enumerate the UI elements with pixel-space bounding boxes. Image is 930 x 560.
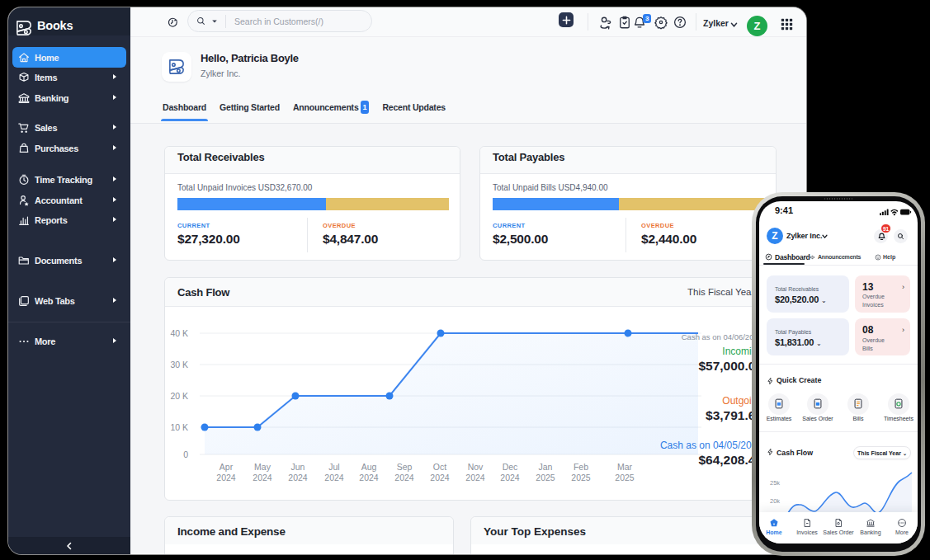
svg-text:2025: 2025: [571, 473, 591, 482]
svg-text:2024: 2024: [288, 473, 308, 482]
svg-text:2024: 2024: [253, 473, 272, 482]
svg-text:2024: 2024: [465, 473, 485, 482]
svg-text:20k: 20k: [770, 497, 780, 505]
svg-text:Mar: Mar: [617, 462, 633, 472]
svg-text:Jun: Jun: [291, 462, 305, 472]
svg-text:Aug: Aug: [361, 462, 377, 472]
svg-text:Feb: Feb: [574, 462, 588, 472]
svg-text:Jan: Jan: [539, 462, 553, 472]
svg-text:2024: 2024: [359, 473, 379, 482]
svg-text:2024: 2024: [216, 473, 236, 482]
svg-text:Oct: Oct: [433, 462, 446, 472]
svg-text:40 K: 40 K: [170, 328, 188, 338]
svg-text:2024: 2024: [430, 473, 450, 482]
svg-text:25k: 25k: [770, 479, 780, 487]
svg-text:Dec: Dec: [503, 462, 518, 472]
svg-text:Sep: Sep: [397, 462, 413, 472]
svg-text:2024: 2024: [324, 473, 344, 482]
svg-text:0: 0: [183, 449, 188, 459]
svg-text:2025: 2025: [615, 473, 635, 482]
svg-text:2025: 2025: [536, 473, 555, 482]
svg-text:Jul: Jul: [328, 462, 339, 472]
svg-text:2024: 2024: [394, 473, 414, 482]
svg-text:Nov: Nov: [468, 462, 484, 472]
svg-text:Apr: Apr: [220, 462, 234, 472]
svg-text:May: May: [254, 462, 271, 472]
svg-text:10 K: 10 K: [170, 422, 188, 432]
svg-text:30 K: 30 K: [170, 360, 188, 369]
svg-text:20 K: 20 K: [170, 391, 188, 401]
svg-text:2024: 2024: [500, 473, 520, 482]
